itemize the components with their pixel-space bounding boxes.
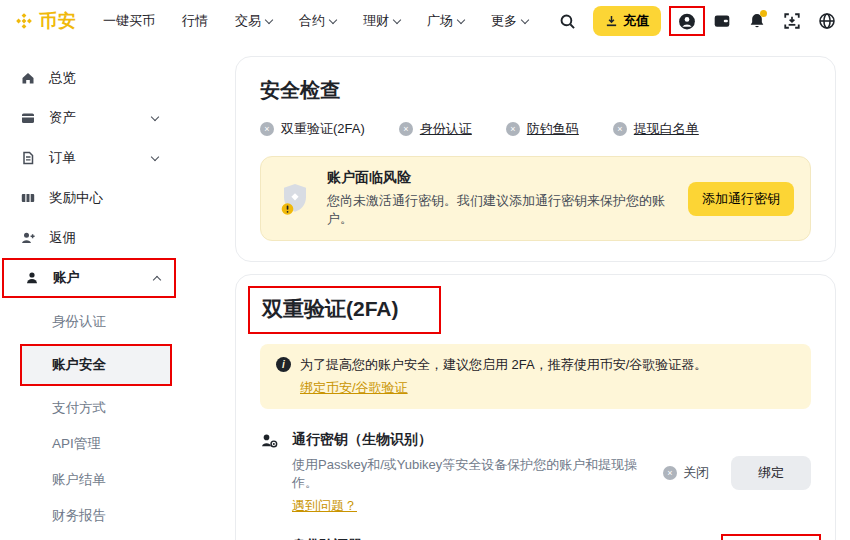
row-description: 使用Passkey和/或Yubikey等安全设备保护您的账户和提现操作。 bbox=[292, 456, 651, 492]
two-factor-title: 双重验证(2FA) bbox=[262, 295, 399, 323]
two-fa-row-passkey: 通行密钥（生物识别） 使用Passkey和/或Yubikey等安全设备保护您的账… bbox=[260, 409, 811, 515]
submenu-item-identity-verification[interactable]: 身份认证 bbox=[0, 304, 235, 340]
check-item-antiphishing[interactable]: × 防钓鱼码 bbox=[506, 120, 579, 138]
circle-x-icon: × bbox=[663, 466, 677, 480]
risk-banner-title: 账户面临风险 bbox=[327, 169, 674, 187]
topbar: 币安 一键买币 行情 交易 合约 理财 广场 更多 充值 bbox=[0, 0, 850, 42]
nav-more[interactable]: 更多 bbox=[491, 12, 528, 30]
account-icon bbox=[24, 270, 40, 286]
sidebar-item-orders[interactable]: 订单 bbox=[0, 138, 172, 178]
sidebar-item-label: 资产 bbox=[49, 109, 76, 127]
status-off: × 关闭 bbox=[663, 464, 709, 482]
two-fa-info-banner: i 为了提高您的账户安全，建议您启用 2FA，推荐使用币安/谷歌验证器。 绑定币… bbox=[260, 344, 811, 409]
row-title-passkey: 通行密钥（生物识别） bbox=[292, 431, 651, 449]
chevron-down-icon bbox=[393, 15, 401, 23]
two-factor-card: 双重验证(2FA) i 为了提高您的账户安全，建议您启用 2FA，推荐使用币安/… bbox=[235, 274, 836, 540]
bell-icon[interactable] bbox=[748, 12, 766, 30]
orders-icon bbox=[20, 150, 36, 166]
annotation-box-account: 账户 bbox=[2, 258, 176, 298]
sidebar-item-label: 奖励中心 bbox=[49, 189, 103, 207]
status-label: 关闭 bbox=[683, 464, 709, 482]
chevron-down-icon bbox=[151, 112, 159, 120]
home-icon bbox=[20, 70, 36, 86]
sidebar-item-assets[interactable]: 资产 bbox=[0, 98, 172, 138]
sidebar-item-label: 返佣 bbox=[49, 229, 76, 247]
sidebar-item-subaccounts[interactable]: 子账户 bbox=[0, 536, 172, 540]
notification-badge bbox=[760, 10, 767, 17]
submenu-item-api-management[interactable]: API管理 bbox=[0, 426, 235, 462]
assets-icon bbox=[20, 110, 36, 126]
submenu-item-account-security[interactable]: 账户安全 bbox=[22, 346, 170, 384]
add-passkey-button[interactable]: 添加通行密钥 bbox=[688, 182, 794, 216]
info-banner-text: 为了提高您的账户安全，建议您启用 2FA，推荐使用币安/谷歌验证器。 bbox=[300, 356, 707, 374]
chevron-down-icon bbox=[329, 15, 337, 23]
sidebar: 总览 资产 订单 奖励中心 返佣 bbox=[0, 42, 235, 540]
submenu-item-account-statement[interactable]: 账户结单 bbox=[0, 462, 235, 498]
main-content: 安全检查 × 双重验证(2FA) × 身份认证 × 防钓鱼码 × 提现白名单 bbox=[235, 42, 850, 540]
referral-icon bbox=[20, 230, 36, 246]
sidebar-item-label: 总览 bbox=[49, 69, 76, 87]
sidebar-item-rewards-hub[interactable]: 奖励中心 bbox=[0, 178, 172, 218]
check-item-withdrawal-whitelist[interactable]: × 提现白名单 bbox=[613, 120, 699, 138]
profile-icon[interactable] bbox=[678, 12, 696, 30]
deposit-icon bbox=[605, 15, 618, 28]
annotation-box-manage-button: 管理 bbox=[721, 534, 821, 540]
nav-buy-crypto[interactable]: 一键买币 bbox=[103, 12, 155, 30]
topbar-right: 充值 bbox=[558, 6, 836, 36]
circle-x-icon: × bbox=[506, 122, 520, 136]
nav-trade[interactable]: 交易 bbox=[235, 12, 272, 30]
annotation-box-profile bbox=[669, 6, 705, 36]
sidebar-item-account[interactable]: 账户 bbox=[4, 260, 174, 296]
search-icon[interactable] bbox=[558, 12, 576, 30]
binance-diamond-icon bbox=[14, 11, 34, 31]
chevron-down-icon bbox=[151, 152, 159, 160]
account-submenu: 身份认证 账户安全 支付方式 API管理 账户结单 财务报告 bbox=[0, 298, 235, 534]
brand-name: 币安 bbox=[39, 9, 77, 33]
chevron-down-icon bbox=[521, 15, 529, 23]
submenu-item-financial-reports[interactable]: 财务报告 bbox=[0, 498, 235, 534]
security-checkup-card: 安全检查 × 双重验证(2FA) × 身份认证 × 防钓鱼码 × 提现白名单 bbox=[235, 56, 836, 262]
check-item-identity[interactable]: × 身份认证 bbox=[399, 120, 472, 138]
chevron-down-icon bbox=[457, 15, 465, 23]
nav-futures[interactable]: 合约 bbox=[299, 12, 336, 30]
wallet-icon[interactable] bbox=[713, 12, 731, 30]
shield-warning-icon bbox=[277, 181, 313, 217]
rewards-icon bbox=[20, 190, 36, 206]
risk-banner-description: 您尚未激活通行密钥。我们建议添加通行密钥来保护您的账户。 bbox=[327, 192, 674, 228]
sidebar-item-overview[interactable]: 总览 bbox=[0, 58, 172, 98]
bind-authenticator-link[interactable]: 绑定币安/谷歌验证 bbox=[300, 379, 408, 397]
nav-markets[interactable]: 行情 bbox=[182, 12, 208, 30]
annotation-box-2fa-title: 双重验证(2FA) bbox=[248, 286, 441, 334]
bind-passkey-button[interactable]: 绑定 bbox=[731, 456, 811, 490]
security-check-items: × 双重验证(2FA) × 身份认证 × 防钓鱼码 × 提现白名单 bbox=[260, 120, 811, 138]
circle-x-icon: × bbox=[613, 122, 627, 136]
nav-earn[interactable]: 理财 bbox=[363, 12, 400, 30]
app-download-icon[interactable] bbox=[783, 12, 801, 30]
info-icon: i bbox=[276, 357, 291, 372]
check-item-2fa: × 双重验证(2FA) bbox=[260, 120, 365, 138]
annotation-box-account-security: 账户安全 bbox=[20, 344, 172, 386]
chevron-up-icon bbox=[153, 275, 161, 283]
chevron-down-icon bbox=[265, 15, 273, 23]
security-checkup-title: 安全检查 bbox=[260, 77, 811, 104]
sidebar-item-label: 订单 bbox=[49, 149, 76, 167]
circle-x-icon: × bbox=[260, 122, 274, 136]
circle-x-icon: × bbox=[399, 122, 413, 136]
passkey-icon bbox=[260, 432, 278, 450]
top-navigation: 一键买币 行情 交易 合约 理财 广场 更多 bbox=[103, 12, 528, 30]
risk-banner-text: 账户面临风险 您尚未激活通行密钥。我们建议添加通行密钥来保护您的账户。 bbox=[327, 169, 674, 228]
nav-square[interactable]: 广场 bbox=[427, 12, 464, 30]
account-risk-banner: 账户面临风险 您尚未激活通行密钥。我们建议添加通行密钥来保护您的账户。 添加通行… bbox=[260, 156, 811, 241]
having-trouble-link[interactable]: 遇到问题？ bbox=[292, 497, 357, 515]
binance-logo[interactable]: 币安 bbox=[14, 9, 77, 33]
sidebar-item-label: 账户 bbox=[53, 269, 80, 287]
submenu-item-payment-methods[interactable]: 支付方式 bbox=[0, 390, 235, 426]
two-fa-row-authenticator: 身份验证器App 使用币安/谷歌验证器保护您的账户和交易。 × 关闭 管理 bbox=[260, 515, 811, 540]
sidebar-item-referral[interactable]: 返佣 bbox=[0, 218, 172, 258]
globe-icon[interactable] bbox=[818, 12, 836, 30]
deposit-button[interactable]: 充值 bbox=[593, 6, 661, 36]
